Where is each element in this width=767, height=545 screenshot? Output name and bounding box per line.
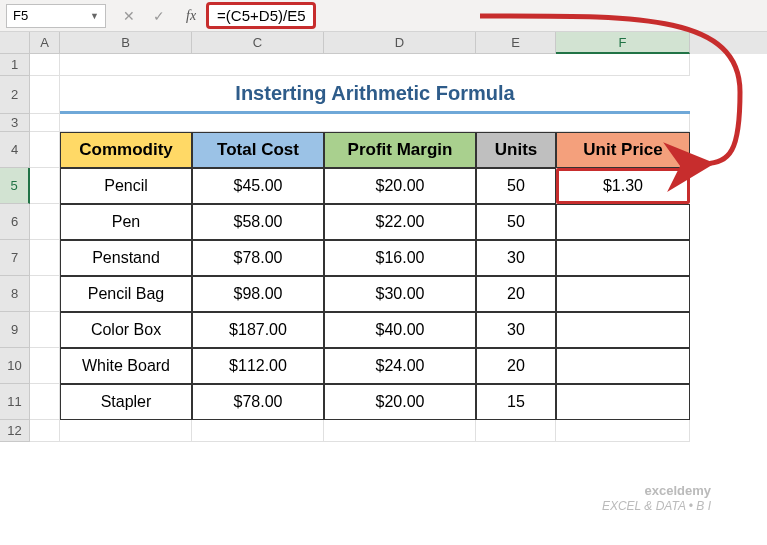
cell-F8[interactable]	[556, 276, 690, 312]
row-12: 12	[0, 420, 767, 442]
cell-E1[interactable]	[476, 54, 556, 76]
cell-C10[interactable]: $112.00	[192, 348, 324, 384]
accept-icon[interactable]: ✓	[150, 8, 168, 24]
cell-E8[interactable]: 20	[476, 276, 556, 312]
formula-text: =(C5+D5)/E5	[217, 7, 305, 24]
cell-C6[interactable]: $58.00	[192, 204, 324, 240]
cell-F3[interactable]	[556, 114, 690, 132]
cell-F5[interactable]: $1.30	[556, 168, 690, 204]
cell-D8[interactable]: $30.00	[324, 276, 476, 312]
row-header-1[interactable]: 1	[0, 54, 30, 76]
row-header-10[interactable]: 10	[0, 348, 30, 384]
cell-A1[interactable]	[30, 54, 60, 76]
header-margin[interactable]: Profit Margin	[324, 132, 476, 168]
row-11: 11Stapler$78.00$20.0015	[0, 384, 767, 420]
cell-D3[interactable]	[324, 114, 476, 132]
chevron-down-icon[interactable]: ▼	[90, 11, 99, 21]
cell-C8[interactable]: $98.00	[192, 276, 324, 312]
cell-B8[interactable]: Pencil Bag	[60, 276, 192, 312]
cell-B12[interactable]	[60, 420, 192, 442]
col-header-B[interactable]: B	[60, 32, 192, 54]
row-header-9[interactable]: 9	[0, 312, 30, 348]
cancel-icon[interactable]: ✕	[120, 8, 138, 24]
cell-B3[interactable]	[60, 114, 192, 132]
cell-E3[interactable]	[476, 114, 556, 132]
header-unitprice[interactable]: Unit Price	[556, 132, 690, 168]
col-header-A[interactable]: A	[30, 32, 60, 54]
cell-A12[interactable]	[30, 420, 60, 442]
cell-F10[interactable]	[556, 348, 690, 384]
cell-E7[interactable]: 30	[476, 240, 556, 276]
cell-D9[interactable]: $40.00	[324, 312, 476, 348]
cell-F12[interactable]	[556, 420, 690, 442]
cell-A10[interactable]	[30, 348, 60, 384]
cell-C12[interactable]	[192, 420, 324, 442]
cell-B1[interactable]	[60, 54, 192, 76]
cell-E12[interactable]	[476, 420, 556, 442]
cell-A6[interactable]	[30, 204, 60, 240]
cell-F11[interactable]	[556, 384, 690, 420]
cell-A11[interactable]	[30, 384, 60, 420]
row-9: 9Color Box$187.00$40.0030	[0, 312, 767, 348]
column-headers: A B C D E F	[0, 32, 767, 54]
cell-F6[interactable]	[556, 204, 690, 240]
fx-icon[interactable]: fx	[186, 8, 196, 24]
cell-D5[interactable]: $20.00	[324, 168, 476, 204]
cell-A3[interactable]	[30, 114, 60, 132]
header-totalcost[interactable]: Total Cost	[192, 132, 324, 168]
row-header-12[interactable]: 12	[0, 420, 30, 442]
row-header-2[interactable]: 2	[0, 76, 30, 114]
col-header-E[interactable]: E	[476, 32, 556, 54]
cell-A5[interactable]	[30, 168, 60, 204]
cell-E10[interactable]: 20	[476, 348, 556, 384]
cell-D11[interactable]: $20.00	[324, 384, 476, 420]
row-header-6[interactable]: 6	[0, 204, 30, 240]
cell-D7[interactable]: $16.00	[324, 240, 476, 276]
cell-D10[interactable]: $24.00	[324, 348, 476, 384]
row-header-7[interactable]: 7	[0, 240, 30, 276]
header-commodity[interactable]: Commodity	[60, 132, 192, 168]
cell-B9[interactable]: Color Box	[60, 312, 192, 348]
cell-D12[interactable]	[324, 420, 476, 442]
row-header-11[interactable]: 11	[0, 384, 30, 420]
row-header-8[interactable]: 8	[0, 276, 30, 312]
cell-E9[interactable]: 30	[476, 312, 556, 348]
row-header-5[interactable]: 5	[0, 168, 30, 204]
cell-C7[interactable]: $78.00	[192, 240, 324, 276]
cell-C1[interactable]	[192, 54, 324, 76]
cell-B6[interactable]: Pen	[60, 204, 192, 240]
row-header-3[interactable]: 3	[0, 114, 30, 132]
cell-C9[interactable]: $187.00	[192, 312, 324, 348]
col-header-C[interactable]: C	[192, 32, 324, 54]
cell-C5[interactable]: $45.00	[192, 168, 324, 204]
cell-E11[interactable]: 15	[476, 384, 556, 420]
col-header-D[interactable]: D	[324, 32, 476, 54]
cell-A2[interactable]	[30, 76, 60, 114]
title-cell[interactable]: Insterting Arithmetic Formula	[60, 76, 690, 114]
cell-A8[interactable]	[30, 276, 60, 312]
cell-B11[interactable]: Stapler	[60, 384, 192, 420]
cell-B10[interactable]: White Board	[60, 348, 192, 384]
cell-E5[interactable]: 50	[476, 168, 556, 204]
cell-F9[interactable]	[556, 312, 690, 348]
cell-D1[interactable]	[324, 54, 476, 76]
row-1: 1	[0, 54, 767, 76]
cell-D6[interactable]: $22.00	[324, 204, 476, 240]
cell-B5[interactable]: Pencil	[60, 168, 192, 204]
header-units[interactable]: Units	[476, 132, 556, 168]
cell-A4[interactable]	[30, 132, 60, 168]
formula-bar[interactable]: =(C5+D5)/E5	[206, 2, 316, 29]
cell-F7[interactable]	[556, 240, 690, 276]
select-all-corner[interactable]	[0, 32, 30, 54]
name-box[interactable]: F5 ▼	[6, 4, 106, 28]
cell-B7[interactable]: Penstand	[60, 240, 192, 276]
cell-C3[interactable]	[192, 114, 324, 132]
cell-E6[interactable]: 50	[476, 204, 556, 240]
cell-A9[interactable]	[30, 312, 60, 348]
row-header-4[interactable]: 4	[0, 132, 30, 168]
watermark-line1: exceldemy	[602, 483, 711, 499]
col-header-F[interactable]: F	[556, 32, 690, 54]
cell-F1[interactable]	[556, 54, 690, 76]
cell-A7[interactable]	[30, 240, 60, 276]
cell-C11[interactable]: $78.00	[192, 384, 324, 420]
